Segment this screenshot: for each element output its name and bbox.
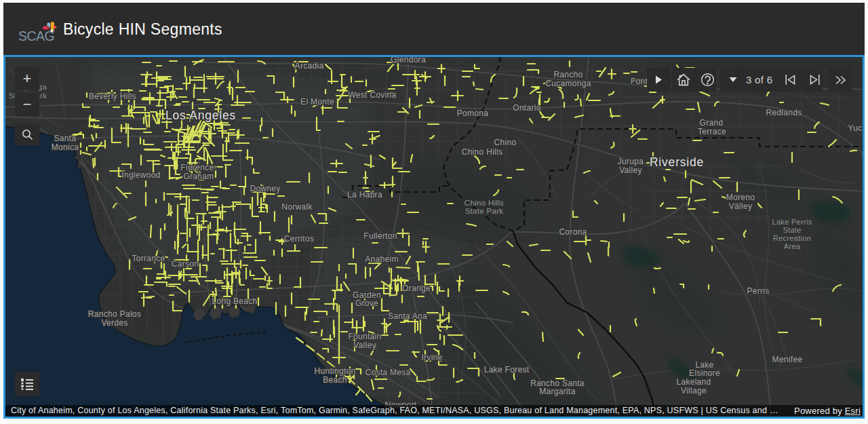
svg-text:Area: Area xyxy=(784,242,801,250)
svg-text:Beach: Beach xyxy=(323,375,347,385)
svg-text:Fountain: Fountain xyxy=(348,332,381,341)
svg-text:Pomona: Pomona xyxy=(457,109,489,118)
svg-text:Chino Hills: Chino Hills xyxy=(462,147,503,157)
svg-text:Huntington: Huntington xyxy=(314,366,355,376)
svg-text:Redlands: Redlands xyxy=(766,108,802,117)
svg-text:Jurupa: Jurupa xyxy=(618,157,644,166)
svg-text:Los Angeles: Los Angeles xyxy=(165,109,236,122)
svg-text:Grove: Grove xyxy=(355,298,378,308)
svg-text:Long Beach: Long Beach xyxy=(212,296,257,306)
svg-text:State: State xyxy=(783,226,801,234)
svg-text:Chino Hills: Chino Hills xyxy=(465,199,504,207)
svg-text:Välley: Välley xyxy=(729,201,752,211)
svg-text:Margarita: Margarita xyxy=(539,387,575,396)
svg-text:Corona: Corona xyxy=(559,227,587,237)
svg-text:Rancho: Rancho xyxy=(553,70,583,79)
svg-text:Glendora: Glendora xyxy=(391,55,426,64)
svg-text:Santa Ana: Santa Ana xyxy=(388,311,427,321)
svg-text:Grand: Grand xyxy=(700,118,724,128)
svg-text:Recreation: Recreation xyxy=(773,234,811,242)
svg-text:Norwalk: Norwalk xyxy=(281,202,313,212)
svg-text:Riverside: Riverside xyxy=(650,155,704,169)
svg-text:Village: Village xyxy=(681,386,707,396)
svg-text:Cerritos: Cerritos xyxy=(284,234,314,244)
svg-text:Lake Forest: Lake Forest xyxy=(484,365,530,374)
svg-text:Santa: Santa xyxy=(54,134,77,143)
svg-text:Irvine: Irvine xyxy=(421,353,442,362)
svg-text:Carson: Carson xyxy=(172,259,199,269)
svg-text:Costa Mesa: Costa Mesa xyxy=(365,368,410,377)
svg-text:Yucaipa: Yucaipa xyxy=(848,123,865,133)
svg-text:Rancho Palos: Rancho Palos xyxy=(88,309,141,319)
svg-text:Perris: Perris xyxy=(747,286,769,296)
svg-text:Chino: Chino xyxy=(494,138,517,147)
svg-text:Orange: Orange xyxy=(402,284,431,293)
svg-text:Valley: Valley xyxy=(619,166,642,175)
svg-text:Ontario: Ontario xyxy=(513,103,540,113)
svg-text:Terrace: Terrace xyxy=(698,127,726,136)
svg-text:Lakeland: Lakeland xyxy=(676,377,711,387)
svg-text:Valley: Valley xyxy=(353,341,376,350)
svg-text:Torrance: Torrance xyxy=(132,254,165,263)
svg-text:Arcadia: Arcadia xyxy=(295,61,324,71)
svg-text:Cucamonga: Cucamonga xyxy=(545,79,591,88)
svg-text:Fullerton: Fullerton xyxy=(363,231,397,241)
svg-text:Elsinore: Elsinore xyxy=(689,368,720,378)
svg-text:Anaheim: Anaheim xyxy=(365,254,398,264)
svg-text:El Monte: El Monte xyxy=(300,97,334,107)
svg-text:Verdes: Verdes xyxy=(101,318,127,328)
svg-text:Inglewood: Inglewood xyxy=(121,170,160,180)
svg-text:Menifee: Menifee xyxy=(772,355,803,364)
svg-text:Downey: Downey xyxy=(250,184,280,193)
svg-text:State Park: State Park xyxy=(465,207,504,215)
svg-text:Moreno: Moreno xyxy=(726,193,755,202)
svg-text:Monica: Monica xyxy=(52,142,79,152)
svg-text:La Habra: La Habra xyxy=(347,190,382,199)
svg-text:Florence-: Florence- xyxy=(180,163,216,172)
svg-text:Lake Perris: Lake Perris xyxy=(772,218,812,226)
svg-text:Graham: Graham xyxy=(183,172,214,181)
svg-text:Beverly Hills: Beverly Hills xyxy=(89,92,136,101)
svg-text:West Covina: West Covina xyxy=(348,90,396,100)
